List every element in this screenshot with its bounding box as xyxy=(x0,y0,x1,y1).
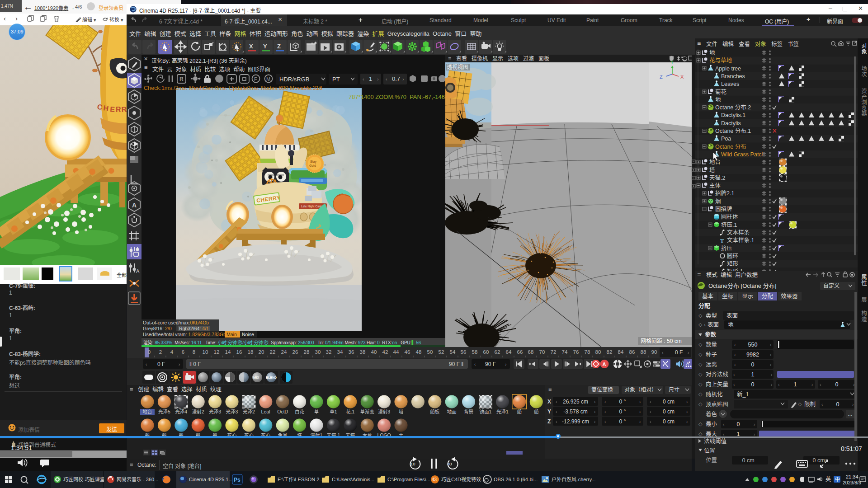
svg-text:创建 编辑 查看 选择 材质 纹理: 创建 编辑 查看 选择 材质 纹理 xyxy=(138,386,222,393)
svg-text:Y: Y xyxy=(547,408,551,415)
svg-text:90: 90 xyxy=(651,349,657,355)
svg-text:地: 地 xyxy=(715,97,721,103)
svg-text:‹: ‹ xyxy=(363,76,364,82)
svg-text:21:34: 21:34 xyxy=(846,474,859,479)
svg-text:0: 0 xyxy=(751,361,755,368)
svg-text:46: 46 xyxy=(405,349,410,355)
svg-text:42: 42 xyxy=(382,349,388,355)
svg-text:36: 36 xyxy=(349,349,354,355)
svg-text:Stay: Stay xyxy=(310,160,317,164)
svg-text:1: 1 xyxy=(737,431,740,437)
svg-text:-3.578 cm: -3.578 cm xyxy=(563,408,587,415)
svg-text:76: 76 xyxy=(573,349,579,355)
svg-text:‹: ‹ xyxy=(474,362,476,367)
svg-text:14: 14 xyxy=(225,349,231,355)
svg-text:Wild Grass Patch: Wild Grass Patch xyxy=(721,151,765,158)
svg-text:‹: ‹ xyxy=(723,432,724,437)
svg-text:挤压.1: 挤压.1 xyxy=(721,221,737,228)
svg-text:船: 船 xyxy=(212,432,217,438)
svg-text:0 cm: 0 cm xyxy=(663,399,675,405)
svg-text:0 °: 0 ° xyxy=(619,418,626,425)
svg-text:9982: 9982 xyxy=(746,352,759,358)
svg-text:模式 编辑 用户数据: 模式 编辑 用户数据 xyxy=(706,272,758,278)
svg-text:0 °: 0 ° xyxy=(619,408,626,415)
svg-text:≡: ≡ xyxy=(130,386,133,393)
svg-text:0: 0 xyxy=(751,381,755,388)
svg-text:草: 草 xyxy=(314,409,319,414)
svg-text:◇: ◇ xyxy=(698,381,703,387)
svg-text:›: › xyxy=(639,419,641,424)
svg-text:20: 20 xyxy=(259,349,264,355)
svg-text:效果器: 效果器 xyxy=(781,293,798,300)
svg-text:‹: ‹ xyxy=(556,399,557,404)
svg-text:‹: ‹ xyxy=(662,350,663,355)
svg-text:›: › xyxy=(686,409,688,414)
svg-text:数量: 数量 xyxy=(706,341,717,348)
svg-text:新_1: 新_1 xyxy=(737,391,749,398)
svg-text:‹: ‹ xyxy=(556,409,557,414)
svg-text:≡: ≡ xyxy=(448,56,451,62)
svg-text:›: › xyxy=(853,382,854,387)
svg-text:光泽3: 光泽3 xyxy=(226,409,238,414)
svg-text:花与草地: 花与草地 xyxy=(709,57,732,64)
svg-text:中: 中 xyxy=(835,477,840,482)
svg-text:16: 16 xyxy=(236,349,242,355)
svg-text:56: 56 xyxy=(461,349,467,355)
svg-text:88: 88 xyxy=(641,349,646,355)
svg-text:PT: PT xyxy=(332,76,340,83)
svg-text:›: › xyxy=(686,399,688,404)
svg-text:Leaves: Leaves xyxy=(721,81,739,87)
svg-text:BLEND: BLEND xyxy=(266,376,277,379)
svg-text:土: 土 xyxy=(399,432,404,438)
svg-text:0 cm: 0 cm xyxy=(812,457,825,464)
svg-text:OBS 26.1.0 (64-bi...: OBS 26.1.0 (64-bi... xyxy=(494,477,538,482)
svg-text:◇: ◇ xyxy=(698,421,703,427)
svg-text:表面: 表面 xyxy=(708,322,719,328)
svg-text:向上矢量: 向上矢量 xyxy=(706,381,728,388)
svg-text:对象: 对象 xyxy=(755,41,766,47)
svg-text:Cinema 4D R25.1...: Cinema 4D R25.1... xyxy=(189,477,233,482)
svg-text:›: › xyxy=(754,422,755,427)
svg-text:文本样条.1: 文本样条.1 xyxy=(727,237,754,244)
svg-text:›: › xyxy=(771,382,772,387)
svg-text:68: 68 xyxy=(528,349,534,355)
svg-text:Dactylis.1: Dactylis.1 xyxy=(721,112,745,118)
svg-text:80: 80 xyxy=(595,349,601,355)
svg-text:≡: ≡ xyxy=(697,40,701,47)
svg-text:0 cm: 0 cm xyxy=(742,457,754,464)
svg-text:90 F: 90 F xyxy=(485,361,496,367)
svg-text:‹: ‹ xyxy=(733,372,735,377)
svg-text:‹: ‹ xyxy=(650,409,651,414)
svg-text:‹: ‹ xyxy=(556,419,557,424)
svg-text:C:\Program Files\...: C:\Program Files\... xyxy=(387,477,430,482)
svg-text:‖ 0 F: ‖ 0 F xyxy=(189,361,201,367)
svg-text:种子: 种子 xyxy=(706,352,717,358)
svg-text:›: › xyxy=(686,419,688,424)
svg-text:X: X xyxy=(547,399,551,405)
svg-text:圆招牌: 圆招牌 xyxy=(715,206,732,212)
svg-text:0: 0 xyxy=(836,401,840,408)
svg-text:550: 550 xyxy=(748,342,758,348)
svg-text:Ps: Ps xyxy=(234,477,241,483)
svg-text:‹: ‹ xyxy=(820,382,821,387)
svg-text:‹: ‹ xyxy=(734,343,736,347)
svg-text:≡: ≡ xyxy=(548,386,552,393)
svg-text:74: 74 xyxy=(562,349,568,355)
svg-text:光泽5: 光泽5 xyxy=(158,409,170,414)
svg-text:巧匠网校-巧匠课堂...: 巧匠网校-巧匠课堂... xyxy=(63,476,109,482)
svg-text:1: 1 xyxy=(794,381,797,388)
svg-text:4: 4 xyxy=(170,349,174,355)
svg-text:E: E xyxy=(110,105,115,113)
svg-text:‹: ‹ xyxy=(604,399,606,404)
svg-text:分配: 分配 xyxy=(698,302,710,309)
svg-text:66: 66 xyxy=(517,349,523,355)
svg-text:光泽4: 光泽4 xyxy=(175,409,187,414)
svg-text:‹: ‹ xyxy=(723,422,724,427)
svg-text:›: › xyxy=(688,350,689,355)
svg-text:›: › xyxy=(771,372,772,377)
svg-text:1: 1 xyxy=(369,75,372,82)
svg-text:查看 摄像机 显示 选项 过滤 面板: 查看 摄像机 显示 选项 过滤 面板 xyxy=(456,55,549,62)
svg-text:HDR/sRGB: HDR/sRGB xyxy=(279,76,309,83)
svg-text:‹: ‹ xyxy=(146,362,147,367)
svg-text:复位变换: 复位变换 xyxy=(591,386,613,393)
